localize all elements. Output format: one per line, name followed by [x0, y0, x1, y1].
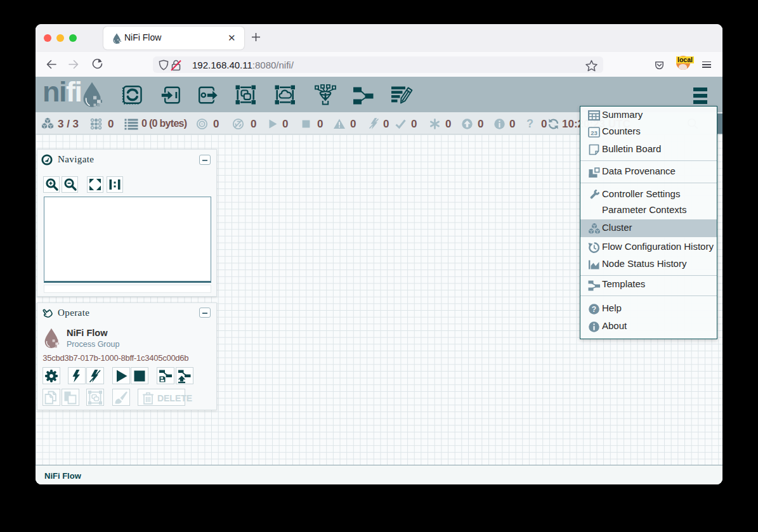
svg-text:?: ? — [592, 305, 596, 314]
svg-text:23: 23 — [591, 129, 598, 136]
